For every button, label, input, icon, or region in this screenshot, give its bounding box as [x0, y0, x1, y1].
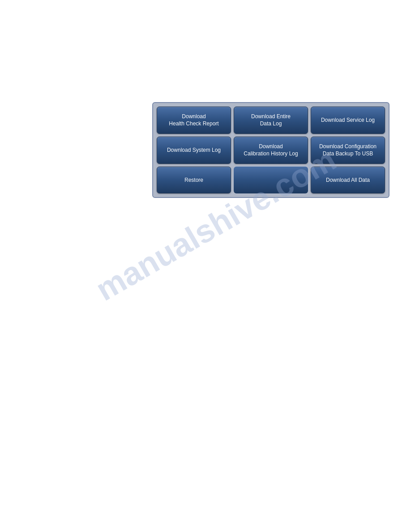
empty-cell	[234, 167, 308, 193]
restore-button[interactable]: Restore	[157, 167, 231, 193]
download-service-log-button[interactable]: Download Service Log	[311, 107, 385, 134]
download-health-check-button[interactable]: Download Health Check Report	[157, 107, 231, 134]
download-entire-data-log-button[interactable]: Download Entire Data Log	[234, 107, 308, 134]
button-panel: Download Health Check Report Download En…	[152, 102, 390, 198]
download-config-backup-button[interactable]: Download Configuration Data Backup To US…	[311, 137, 385, 164]
download-system-log-button[interactable]: Download System Log	[157, 137, 231, 164]
download-all-data-button[interactable]: Download All Data	[311, 167, 385, 193]
download-calibration-history-button[interactable]: Download Calibration History Log	[234, 137, 308, 164]
